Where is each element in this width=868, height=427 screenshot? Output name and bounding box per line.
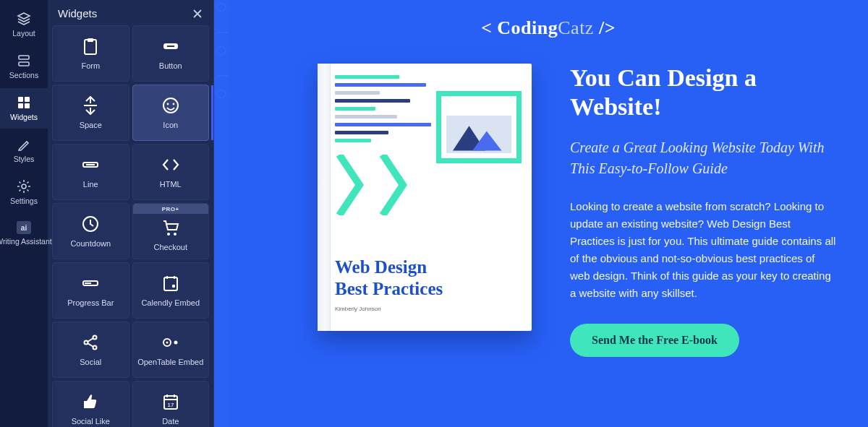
widget-html[interactable]: HTML: [132, 144, 210, 200]
book-decor-chevrons: [335, 155, 422, 215]
rail-label: Writing Assistant: [0, 237, 52, 246]
sections-icon: [17, 53, 31, 68]
rail-label: Styles: [14, 155, 35, 163]
book-spine: [318, 64, 331, 331]
rail-item-layout[interactable]: Layout: [0, 4, 48, 45]
book-title: Web DesignBest Practices: [335, 256, 443, 299]
widget-label: HTML: [160, 180, 182, 189]
pro-badge: PRO+: [133, 204, 209, 214]
widget-form[interactable]: Form: [52, 25, 129, 82]
widget-label: Social: [80, 358, 101, 366]
line-icon: [81, 155, 100, 174]
rail-item-writing-assistant[interactable]: ai Writing Assistant: [0, 214, 48, 253]
widget-progress-bar[interactable]: Progress Bar: [52, 262, 129, 319]
widget-label: OpenTable Embed: [137, 358, 203, 366]
widget-label: Line: [83, 180, 98, 189]
progress-icon: [81, 274, 100, 293]
brand-logo: < CodingCatz />: [255, 17, 842, 39]
widgets-icon: [17, 95, 31, 110]
widget-social[interactable]: Social: [52, 322, 129, 378]
panel-header: Widgets: [48, 0, 213, 25]
widgets-panel: Widgets Form Button Space Icon: [48, 0, 214, 427]
widget-opentable-embed[interactable]: OpenTable Embed: [132, 322, 210, 378]
book-column: Web DesignBest Practices Kimberly Johnso…: [312, 64, 537, 357]
share-icon: [81, 333, 100, 352]
gear-icon: [17, 179, 31, 194]
rail-item-sections[interactable]: Sections: [0, 46, 48, 87]
layers-icon: [17, 12, 31, 26]
widget-label: Form: [81, 61, 100, 70]
widget-date[interactable]: Date: [132, 381, 210, 427]
button-icon: [161, 37, 180, 56]
calendar-icon: [161, 392, 180, 411]
brand-part1: Coding: [497, 17, 558, 38]
space-icon: [81, 96, 100, 115]
widget-calendly-embed[interactable]: Calendly Embed: [132, 262, 210, 319]
widget-label: Button: [159, 61, 182, 70]
rail-label: Layout: [12, 29, 35, 38]
body-copy: Looking to create a website from scratch…: [570, 198, 838, 302]
widget-label: Space: [80, 121, 102, 129]
book-decor-bars: [335, 75, 442, 142]
brand-part2: Catz: [558, 17, 594, 38]
widget-label: Social Like: [72, 417, 110, 426]
cart-icon: [161, 218, 180, 237]
widget-space[interactable]: Space: [52, 85, 129, 141]
rail-label: Settings: [10, 197, 38, 205]
calendar-dot-icon: [161, 274, 180, 293]
widget-line[interactable]: Line: [52, 144, 129, 200]
widget-label: Icon: [163, 121, 178, 129]
book-author: Kimberly Johnson: [335, 306, 381, 312]
rail-label: Widgets: [10, 113, 38, 121]
brand-suffix: />: [594, 17, 616, 38]
code-icon: [161, 155, 180, 174]
opentable-icon: [161, 333, 180, 352]
pen-icon: [17, 137, 31, 152]
widgets-grid: Form Button Space Icon Line: [48, 25, 213, 427]
cta-button[interactable]: Send Me the Free E-book: [570, 324, 739, 357]
widget-countdown[interactable]: Countdown: [52, 203, 129, 259]
brand-prefix: <: [481, 17, 497, 38]
canvas[interactable]: < CodingCatz />: [214, 0, 868, 427]
widget-social-like[interactable]: Social Like: [52, 381, 129, 427]
widget-icon[interactable]: Icon: [132, 85, 210, 141]
widget-checkout[interactable]: PRO+ Checkout: [132, 203, 210, 259]
ai-icon: ai: [17, 221, 31, 234]
left-rail: Layout Sections Widgets Styles Settings …: [0, 0, 48, 427]
text-column: You Can Design a Website! Create a Great…: [570, 64, 842, 357]
rail-label: Sections: [9, 71, 38, 79]
smile-icon: [161, 96, 180, 115]
widget-label: Countdown: [70, 239, 111, 248]
rail-item-widgets[interactable]: Widgets: [0, 88, 48, 129]
rail-item-styles[interactable]: Styles: [0, 130, 48, 171]
panel-title: Widgets: [58, 7, 97, 20]
widget-label: Calendly Embed: [141, 298, 200, 307]
selection-indicator: [211, 85, 213, 140]
clock-icon: [81, 215, 100, 233]
widget-button[interactable]: Button: [132, 25, 210, 82]
headline: You Can Design a Website!: [570, 64, 842, 121]
rail-item-settings[interactable]: Settings: [0, 172, 48, 212]
clipboard-icon: [81, 37, 100, 56]
widget-label: Date: [162, 417, 179, 426]
book-decor-window: [436, 91, 522, 163]
close-icon[interactable]: [192, 8, 203, 20]
widget-label: Checkout: [154, 243, 187, 251]
thumb-up-icon: [81, 392, 100, 411]
book-mockup: Web DesignBest Practices Kimberly Johnso…: [318, 64, 532, 331]
widget-label: Progress Bar: [67, 298, 114, 307]
subheadline: Create a Great Looking Website Today Wit…: [570, 137, 842, 179]
